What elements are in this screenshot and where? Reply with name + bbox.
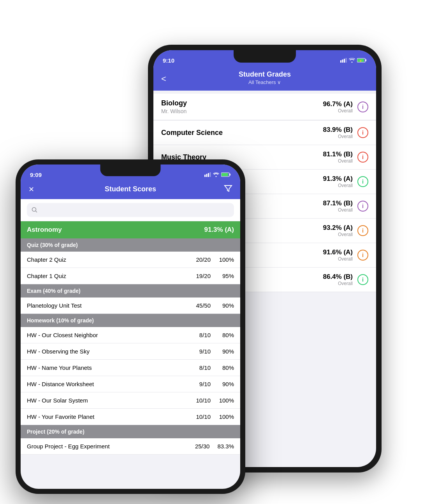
score-row-hw4[interactable]: HW - Distance Worksheet 9/10 90%	[21, 376, 240, 392]
back-phone-nav: < Student Grades All Teachers ∨	[153, 67, 376, 91]
category-hw-name: Homework (10% of grade)	[27, 317, 94, 324]
score-pct: 100%	[218, 256, 234, 263]
front-phone: 9:09	[16, 159, 245, 494]
grade-score: 83.9% (B) Overall	[323, 126, 353, 139]
grade-pct: 83.9% (B)	[323, 126, 353, 134]
svg-rect-1	[342, 60, 343, 63]
svg-rect-3	[346, 58, 347, 63]
score-row-hw1[interactable]: HW - Our Closest Neighbor 8/10 80%	[21, 327, 240, 343]
front-phone-time: 9:09	[30, 172, 42, 178]
score-row-proj1[interactable]: Group Project - Egg Experiment 25/30 83.…	[21, 438, 240, 455]
grade-score: 91.6% (A) Overall	[323, 248, 353, 262]
svg-rect-8	[204, 175, 206, 177]
score-pts: 20/20	[191, 256, 211, 263]
back-phone-nav-title: Student Grades	[161, 70, 368, 79]
score-row-ch2quiz[interactable]: Chapter 2 Quiz 20/20 100%	[21, 252, 240, 268]
grade-teacher: Mr. Wilson	[161, 108, 323, 114]
grade-overall: Overall	[323, 207, 353, 213]
score-pct: 83.3%	[217, 443, 234, 450]
info-icon-8[interactable]: i	[357, 274, 368, 285]
svg-rect-9	[206, 174, 208, 177]
signal-icon	[204, 172, 211, 177]
grade-pct: 91.6% (A)	[323, 248, 353, 256]
grade-overall: Overall	[323, 158, 353, 164]
score-name: HW - Our Solar System	[27, 397, 191, 404]
info-icon-5[interactable]: i	[357, 201, 368, 212]
filter-button[interactable]	[224, 184, 232, 194]
score-pts: 25/30	[190, 443, 209, 450]
score-pts: 45/50	[191, 302, 211, 309]
info-icon-6[interactable]: i	[357, 225, 368, 236]
score-name: Group Project - Egg Experiment	[27, 443, 190, 450]
score-row-hw5[interactable]: HW - Our Solar System 10/10 100%	[21, 392, 240, 409]
back-phone-notch	[234, 50, 296, 63]
info-icon-4[interactable]: i	[357, 176, 368, 187]
score-row-hw3[interactable]: HW - Name Your Planets 8/10 80%	[21, 360, 240, 376]
score-pts: 8/10	[191, 332, 211, 338]
svg-rect-11	[210, 172, 211, 177]
category-hw: Homework (10% of grade)	[21, 314, 240, 327]
grade-pct: 96.7% (A)	[323, 100, 353, 108]
score-pct: 95%	[218, 273, 234, 279]
score-pts: 8/10	[191, 364, 211, 371]
score-pct: 100%	[218, 397, 234, 404]
front-phone-nav: ✕ Student Scores	[21, 182, 240, 199]
score-pct: 100%	[218, 413, 234, 420]
info-icon-biology[interactable]: i	[357, 102, 368, 112]
separator	[153, 91, 376, 94]
score-name: Chapter 1 Quiz	[27, 273, 191, 279]
wifi-icon	[213, 172, 219, 177]
signal-icon	[340, 58, 347, 63]
front-nav-title: Student Scores	[105, 185, 156, 193]
grade-item-biology[interactable]: Biology Mr. Wilson 96.7% (A) Overall i	[153, 94, 376, 120]
score-name: HW - Name Your Planets	[27, 364, 191, 371]
score-pct: 90%	[218, 348, 234, 355]
score-row-plantest[interactable]: Planetology Unit Test 45/50 90%	[21, 298, 240, 314]
grade-pct: 81.1% (B)	[323, 150, 353, 158]
score-name: Planetology Unit Test	[27, 302, 191, 309]
grade-score: 81.1% (B) Overall	[323, 150, 353, 164]
back-button[interactable]: <	[161, 74, 166, 84]
info-icon-7[interactable]: i	[357, 250, 368, 261]
back-phone-nav-subtitle[interactable]: All Teachers ∨	[161, 79, 368, 85]
back-phone-status-icons: ⚡	[340, 58, 367, 63]
grade-overall: Overall	[323, 108, 353, 114]
grade-overall: Overall	[323, 183, 353, 188]
grade-overall: Overall	[323, 281, 353, 286]
grade-subject: Biology	[161, 99, 323, 107]
score-name: HW - Observing the Sky	[27, 348, 191, 355]
grade-overall: Overall	[323, 134, 353, 139]
score-pts: 10/10	[191, 397, 211, 404]
score-row-ch1quiz[interactable]: Chapter 1 Quiz 19/20 95%	[21, 268, 240, 284]
grade-overall: Overall	[323, 256, 353, 262]
info-icon-cs[interactable]: i	[357, 127, 368, 138]
score-row-hw2[interactable]: HW - Observing the Sky 9/10 90%	[21, 343, 240, 360]
back-phone-time: 9:10	[163, 57, 174, 64]
info-icon-music[interactable]: i	[357, 152, 368, 163]
class-name: Astronomy	[27, 226, 62, 234]
grade-overall: Overall	[323, 232, 353, 237]
svg-rect-13	[230, 174, 231, 176]
close-button[interactable]: ✕	[28, 185, 34, 194]
score-row-hw6[interactable]: HW - Your Favorite Planet 10/10 100%	[21, 409, 240, 425]
svg-line-16	[36, 211, 37, 213]
search-input-container[interactable]	[27, 203, 234, 217]
front-phone-notch	[100, 164, 161, 176]
grade-subject: Computer Science	[161, 129, 323, 137]
category-quiz-name: Quiz (30% of grade)	[27, 242, 78, 248]
score-pct: 80%	[218, 332, 234, 338]
score-pts: 9/10	[191, 381, 211, 387]
grade-score: 93.2% (A) Overall	[323, 224, 353, 237]
score-name: HW - Your Favorite Planet	[27, 413, 191, 420]
svg-rect-14	[222, 173, 228, 176]
class-header: Astronomy 91.3% (A)	[21, 221, 240, 238]
grade-pct: 87.1% (B)	[323, 200, 353, 207]
svg-rect-5	[366, 60, 367, 61]
grade-item-cs[interactable]: Computer Science 83.9% (B) Overall i	[153, 121, 376, 145]
category-project-name: Project (20% of grade)	[27, 429, 84, 435]
category-quiz: Quiz (30% of grade)	[21, 238, 240, 252]
grade-item-info: Biology Mr. Wilson	[161, 99, 323, 114]
score-name: HW - Distance Worksheet	[27, 381, 191, 387]
grade-score: 91.3% (A) Overall	[323, 175, 353, 188]
category-exam-name: Exam (40% of grade)	[27, 288, 81, 294]
